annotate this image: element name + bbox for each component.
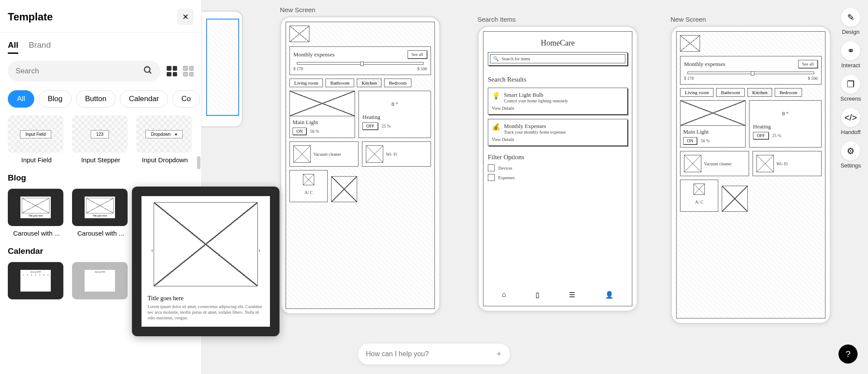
sparkle-icon: ✦	[496, 349, 502, 359]
frame-new-screen-1[interactable]: New Screen Monthly expenses See all $ 17…	[280, 6, 441, 315]
image-placeholder-icon	[681, 101, 745, 126]
code-icon: </>	[841, 108, 860, 127]
search-box[interactable]	[8, 61, 161, 82]
frame-search-items[interactable]: Search Items HomeCare 🔍 Search for items…	[477, 16, 638, 312]
chevron-left-icon: ‹	[151, 246, 153, 254]
partial-frame[interactable]	[202, 10, 243, 128]
image-placeholder-icon	[722, 186, 748, 212]
image-placeholder-icon	[331, 176, 357, 202]
scrollbar-thumb[interactable]	[197, 156, 201, 169]
logo-placeholder-icon	[680, 35, 700, 52]
image-placeholder-icon	[756, 155, 774, 172]
chevron-down-icon: ▾	[175, 132, 177, 137]
toggle-on[interactable]: ON	[293, 128, 306, 135]
tpl-input-field[interactable]: Input Field Input Field	[8, 115, 65, 164]
tpl-carousel-2[interactable]: Title goes here Carousel with ...	[72, 189, 129, 237]
bulb-icon: 💡	[492, 92, 500, 103]
search-icon: 🔍	[493, 56, 499, 62]
image-placeholder-icon	[290, 91, 355, 116]
tpl-input-stepper[interactable]: 123 Input Stepper	[72, 115, 129, 164]
tool-handoff[interactable]: </>Handoff	[841, 108, 861, 135]
pencil-icon: ✎	[841, 8, 860, 27]
app-title: HomeCare	[488, 39, 628, 48]
list-view-icon[interactable]	[183, 66, 194, 76]
checkbox[interactable]	[488, 164, 495, 171]
ai-assistant-bar[interactable]: ✦	[358, 344, 510, 364]
right-toolbar: ✎Design ⚭Interact ❐Screens </>Handoff ⚙S…	[840, 8, 861, 169]
frame-new-screen-2[interactable]: New Screen Monthly expenses See all $ 17…	[671, 16, 831, 324]
result-item[interactable]: 💡Smart Light BulbControl your home light…	[488, 88, 628, 115]
search-input[interactable]	[16, 67, 143, 75]
tpl-calendar-1[interactable]: January 20251234567	[8, 262, 65, 303]
toggle-off[interactable]: OFF	[362, 122, 378, 130]
tab-all[interactable]: All	[8, 40, 18, 54]
chip-all[interactable]: All	[8, 90, 34, 108]
section-blog: Blog	[8, 173, 194, 183]
tool-screens[interactable]: ❐Screens	[840, 75, 861, 102]
ai-input[interactable]	[366, 350, 496, 358]
panel-tabs: All Brand	[0, 33, 201, 54]
tab-brand[interactable]: Brand	[29, 40, 51, 54]
preview-title: Title goes here	[148, 295, 264, 302]
image-placeholder-icon	[366, 145, 383, 163]
checkbox[interactable]	[488, 174, 495, 181]
search-icon	[143, 66, 153, 77]
chip-blog[interactable]: Blog	[39, 90, 72, 108]
view-details-link[interactable]: View Details	[492, 106, 624, 111]
svg-point-0	[145, 66, 150, 72]
money-icon: 💰	[492, 123, 500, 135]
tool-design[interactable]: ✎Design	[841, 8, 860, 35]
logo-placeholder-icon	[289, 26, 309, 42]
home-icon[interactable]: ⌂	[502, 291, 506, 299]
image-placeholder-icon	[684, 155, 701, 172]
drag-preview[interactable]: ‹ › Title goes here Lorem ipsum dolor si…	[132, 187, 279, 336]
image-placeholder-icon	[293, 145, 311, 163]
tpl-calendar-2[interactable]: January 2025	[72, 262, 129, 303]
placeholder-image-icon	[154, 202, 258, 286]
chevron-right-icon: ›	[258, 246, 260, 254]
device-icon[interactable]: ▯	[536, 291, 539, 299]
list-icon[interactable]: ☰	[569, 291, 575, 299]
canvas[interactable]: New Screen Monthly expenses See all $ 17…	[202, 0, 835, 374]
see-all-button[interactable]: See all	[798, 60, 818, 68]
chip-calendar[interactable]: Calendar	[120, 90, 168, 108]
tool-settings[interactable]: ⚙Settings	[841, 141, 861, 169]
layers-icon: ❐	[841, 75, 860, 94]
room-bath[interactable]: Bathroom	[326, 79, 354, 87]
result-item[interactable]: 💰Monthly ExpensesTrack your monthly home…	[488, 119, 628, 146]
grid-view-icon[interactable]	[167, 66, 177, 76]
image-placeholder-icon	[303, 174, 314, 185]
room-kitchen[interactable]: Kitchen	[357, 79, 381, 87]
user-icon[interactable]: 👤	[605, 291, 614, 299]
link-icon: ⚭	[841, 41, 860, 60]
help-button[interactable]: ?	[838, 344, 858, 364]
preview-desc: Lorem ipsum dolor sit amet, consectetur …	[148, 304, 264, 321]
image-placeholder-icon	[694, 184, 705, 195]
chip-button[interactable]: Button	[76, 90, 115, 108]
tool-interact[interactable]: ⚭Interact	[841, 41, 860, 69]
filter-chips: All Blog Button Calendar Co	[0, 89, 201, 115]
view-details-link[interactable]: View Details	[492, 137, 624, 142]
chip-more[interactable]: Co	[172, 90, 200, 108]
tpl-carousel-1[interactable]: Title goes here Carousel with ...	[8, 189, 65, 237]
svg-line-1	[149, 71, 151, 73]
gear-icon: ⚙	[841, 141, 860, 161]
room-living[interactable]: Living room	[289, 79, 323, 87]
tpl-input-dropdown[interactable]: Dropdown▾ Input Dropdown	[136, 115, 194, 164]
panel-title: Template	[8, 11, 53, 23]
room-bed[interactable]: Bedroom	[384, 79, 411, 87]
close-button[interactable]: ✕	[177, 9, 194, 25]
see-all-button[interactable]: See all	[408, 50, 427, 59]
